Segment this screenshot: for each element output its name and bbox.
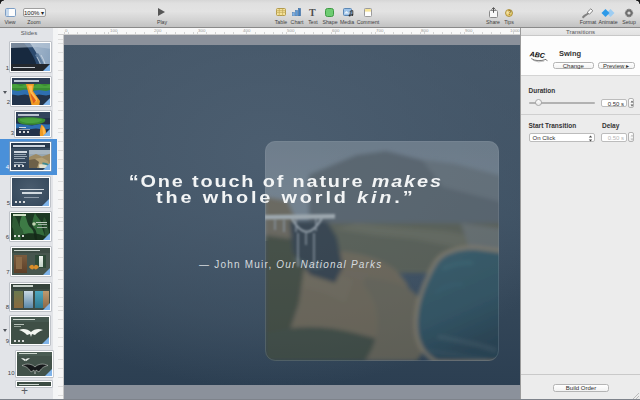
svg-text:ABC: ABC	[528, 50, 546, 60]
